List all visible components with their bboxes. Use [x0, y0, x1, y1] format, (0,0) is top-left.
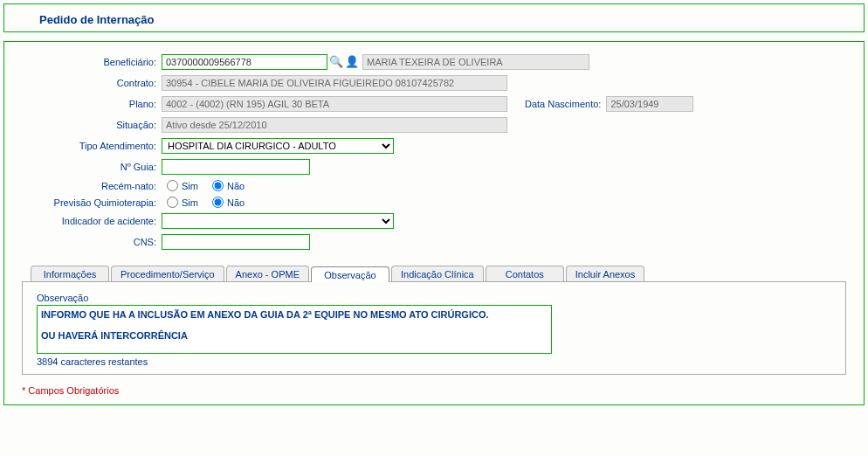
label-pq-nao: Não	[227, 197, 245, 208]
readonly-data-nascimento: 25/03/1949	[606, 96, 693, 112]
observacao-remaining: 3894 caracteres restantes	[37, 356, 831, 367]
row-beneficiario: Beneficiário: 🔍 👤 MARIA TEXEIRA DE OLIVE…	[22, 54, 846, 70]
title-panel: Pedido de Internação	[3, 3, 865, 32]
row-tipo-atendimento: Tipo Atendimento: HOSPITAL DIA CIRURGICO…	[22, 138, 846, 154]
radio-rn-sim[interactable]	[167, 180, 178, 191]
tab-informacoes[interactable]: Informações	[31, 266, 109, 281]
label-previsao-quimio: Previsão Quimioterapia:	[22, 197, 162, 208]
label-rn-sim: Sim	[182, 181, 198, 191]
readonly-beneficiario-name: MARIA TEXEIRA DE OLIVEIRA	[362, 54, 589, 70]
row-cns: CNS:	[22, 234, 846, 250]
row-indicador-acidente: Indicador de acidente:	[22, 213, 846, 229]
radio-pq-nao[interactable]	[212, 197, 224, 208]
label-situacao: Situação:	[22, 120, 162, 130]
label-tipo-atendimento: Tipo Atendimento:	[22, 141, 162, 151]
tab-panel-observacao: Observação 3894 caracteres restantes	[22, 281, 846, 375]
row-previsao-quimio: Previsão Quimioterapia: Sim Não	[22, 197, 846, 208]
tab-contatos[interactable]: Contatos	[486, 266, 564, 281]
readonly-situacao: Ativo desde 25/12/2010	[162, 117, 507, 133]
required-fields-note: * Campos Obrigatórios	[22, 385, 846, 396]
search-icon[interactable]: 🔍	[329, 55, 343, 69]
label-pq-sim: Sim	[182, 197, 198, 208]
label-contrato: Contrato:	[22, 78, 162, 88]
label-beneficiario: Beneficiário:	[22, 57, 162, 67]
row-contrato: Contrato: 30954 - CIBELE MARIA DE OLIVEI…	[22, 75, 846, 91]
row-nguia: Nº Guia:	[22, 159, 846, 175]
main-panel: Beneficiário: 🔍 👤 MARIA TEXEIRA DE OLIVE…	[3, 41, 865, 405]
radio-group-quimio: Sim Não	[162, 197, 251, 208]
label-data-nascimento: Data Nascimento:	[525, 99, 601, 109]
label-rn-nao: Não	[227, 181, 245, 191]
tab-anexo-opme[interactable]: Anexo - OPME	[226, 266, 309, 281]
label-indicador-acidente: Indicador de acidente:	[22, 216, 162, 226]
tab-strip: Informações Procedimento/Serviço Anexo -…	[22, 266, 846, 281]
readonly-contrato: 30954 - CIBELE MARIA DE OLIVEIRA FIGUEIR…	[162, 75, 507, 91]
observacao-textarea[interactable]	[37, 305, 552, 354]
radio-group-recem-nato: Sim Não	[162, 180, 251, 191]
row-situacao: Situação: Ativo desde 25/12/2010	[22, 117, 846, 133]
radio-rn-nao[interactable]	[212, 180, 224, 191]
label-recem-nato: Recém-nato:	[22, 181, 162, 191]
label-cns: CNS:	[22, 237, 162, 247]
tab-indicacao-clinica[interactable]: Indicação Clínica	[391, 266, 484, 281]
label-plano: Plano:	[22, 99, 162, 109]
radio-pq-sim[interactable]	[167, 197, 178, 208]
select-indicador-acidente[interactable]	[162, 213, 394, 229]
tab-observacao[interactable]: Observação	[311, 266, 389, 282]
row-plano: Plano: 4002 - (4002) (RN 195) AGIL 30 BE…	[22, 96, 846, 112]
input-beneficiario[interactable]	[162, 54, 327, 70]
label-nguia: Nº Guia:	[22, 162, 162, 172]
page-title: Pedido de Internação	[39, 13, 154, 26]
tab-procedimento-servico[interactable]: Procedimento/Serviço	[111, 266, 224, 281]
input-cns[interactable]	[162, 234, 310, 250]
tab-incluir-anexos[interactable]: Incluir Anexos	[566, 266, 644, 281]
row-recem-nato: Recém-nato: Sim Não	[22, 180, 846, 191]
select-tipo-atendimento[interactable]: HOSPITAL DIA CIRURGICO - ADULTO	[162, 138, 394, 154]
input-nguia[interactable]	[162, 159, 310, 175]
observacao-label: Observação	[37, 293, 831, 303]
person-icon[interactable]: 👤	[345, 55, 359, 69]
readonly-plano: 4002 - (4002) (RN 195) AGIL 30 BETA	[162, 96, 507, 112]
